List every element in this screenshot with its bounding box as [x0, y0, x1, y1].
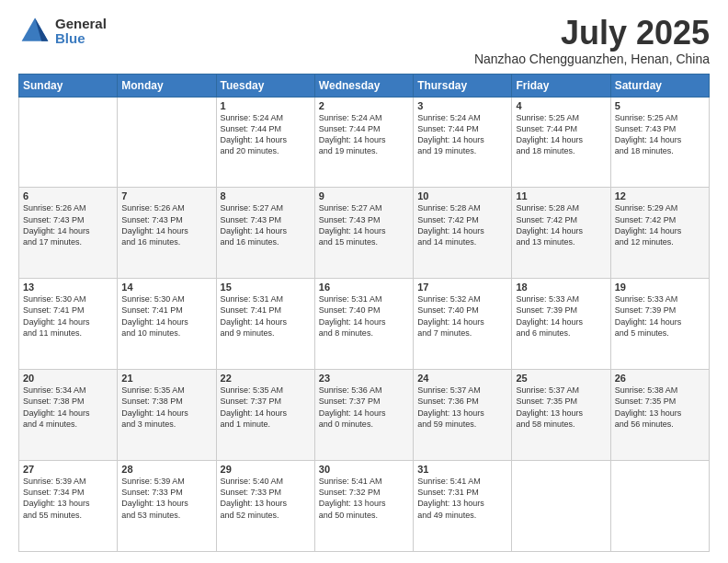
- logo-text: General Blue: [55, 17, 107, 47]
- day-number: 28: [121, 464, 211, 475]
- calendar-cell: 31Sunrise: 5:41 AM Sunset: 7:31 PM Dayli…: [414, 461, 512, 552]
- calendar-cell: 27Sunrise: 5:39 AM Sunset: 7:34 PM Dayli…: [19, 461, 118, 552]
- day-header-sunday: Sunday: [19, 74, 118, 97]
- day-header-friday: Friday: [512, 74, 610, 97]
- calendar-cell: [512, 461, 610, 552]
- cell-info: Sunrise: 5:33 AM Sunset: 7:39 PM Dayligh…: [516, 293, 606, 339]
- calendar-cell: 5Sunrise: 5:25 AM Sunset: 7:43 PM Daylig…: [610, 97, 709, 188]
- title-block: July 2025 Nanzhao Chengguanzhen, Henan, …: [474, 15, 710, 66]
- day-number: 27: [23, 464, 113, 475]
- cell-info: Sunrise: 5:37 AM Sunset: 7:36 PM Dayligh…: [417, 385, 507, 430]
- day-number: 6: [23, 190, 113, 201]
- calendar-cell: 10Sunrise: 5:28 AM Sunset: 7:42 PM Dayli…: [414, 188, 512, 279]
- day-number: 13: [23, 282, 113, 293]
- calendar-cell: [610, 461, 709, 552]
- calendar-header-row: SundayMondayTuesdayWednesdayThursdayFrid…: [19, 74, 710, 97]
- cell-info: Sunrise: 5:33 AM Sunset: 7:39 PM Dayligh…: [615, 293, 705, 339]
- cell-info: Sunrise: 5:26 AM Sunset: 7:43 PM Dayligh…: [121, 202, 211, 247]
- day-number: 7: [121, 190, 211, 201]
- cell-info: Sunrise: 5:25 AM Sunset: 7:43 PM Dayligh…: [615, 112, 705, 157]
- day-number: 4: [516, 100, 606, 111]
- day-number: 29: [221, 464, 311, 475]
- cell-info: Sunrise: 5:34 AM Sunset: 7:38 PM Dayligh…: [23, 385, 113, 430]
- calendar-cell: 23Sunrise: 5:36 AM Sunset: 7:37 PM Dayli…: [314, 370, 413, 461]
- day-number: 25: [516, 373, 606, 384]
- calendar-cell: 9Sunrise: 5:27 AM Sunset: 7:43 PM Daylig…: [314, 188, 413, 279]
- cell-info: Sunrise: 5:26 AM Sunset: 7:43 PM Dayligh…: [23, 202, 113, 247]
- logo-blue: Blue: [55, 31, 107, 47]
- calendar-cell: 22Sunrise: 5:35 AM Sunset: 7:37 PM Dayli…: [216, 370, 314, 461]
- calendar-cell: 3Sunrise: 5:24 AM Sunset: 7:44 PM Daylig…: [414, 97, 512, 188]
- calendar-row-3: 20Sunrise: 5:34 AM Sunset: 7:38 PM Dayli…: [19, 370, 710, 461]
- day-header-thursday: Thursday: [414, 74, 512, 97]
- cell-info: Sunrise: 5:30 AM Sunset: 7:41 PM Dayligh…: [23, 293, 113, 339]
- day-number: 15: [221, 282, 311, 293]
- calendar-cell: 21Sunrise: 5:35 AM Sunset: 7:38 PM Dayli…: [118, 370, 216, 461]
- logo: General Blue: [18, 15, 107, 48]
- calendar-cell: 11Sunrise: 5:28 AM Sunset: 7:42 PM Dayli…: [512, 188, 610, 279]
- day-header-wednesday: Wednesday: [314, 74, 413, 97]
- calendar-cell: 4Sunrise: 5:25 AM Sunset: 7:44 PM Daylig…: [512, 97, 610, 188]
- day-number: 17: [417, 282, 507, 293]
- cell-info: Sunrise: 5:24 AM Sunset: 7:44 PM Dayligh…: [221, 112, 311, 157]
- logo-icon: [18, 15, 51, 48]
- cell-info: Sunrise: 5:32 AM Sunset: 7:40 PM Dayligh…: [417, 293, 507, 339]
- day-number: 9: [319, 190, 409, 201]
- day-number: 30: [319, 464, 409, 475]
- cell-info: Sunrise: 5:31 AM Sunset: 7:41 PM Dayligh…: [221, 293, 311, 339]
- cell-info: Sunrise: 5:31 AM Sunset: 7:40 PM Dayligh…: [319, 293, 409, 339]
- day-number: 23: [319, 373, 409, 384]
- day-number: 24: [417, 373, 507, 384]
- title-location: Nanzhao Chengguanzhen, Henan, China: [474, 52, 710, 66]
- cell-info: Sunrise: 5:24 AM Sunset: 7:44 PM Dayligh…: [417, 112, 507, 157]
- calendar-cell: 24Sunrise: 5:37 AM Sunset: 7:36 PM Dayli…: [414, 370, 512, 461]
- cell-info: Sunrise: 5:41 AM Sunset: 7:32 PM Dayligh…: [319, 476, 409, 521]
- header: General Blue July 2025 Nanzhao Chengguan…: [18, 15, 710, 66]
- calendar-table: SundayMondayTuesdayWednesdayThursdayFrid…: [18, 74, 710, 552]
- calendar-row-1: 6Sunrise: 5:26 AM Sunset: 7:43 PM Daylig…: [19, 188, 710, 279]
- day-number: 3: [417, 100, 507, 111]
- day-number: 5: [615, 100, 705, 111]
- calendar-cell: 8Sunrise: 5:27 AM Sunset: 7:43 PM Daylig…: [216, 188, 314, 279]
- day-number: 26: [615, 373, 705, 384]
- day-number: 2: [319, 100, 409, 111]
- cell-info: Sunrise: 5:30 AM Sunset: 7:41 PM Dayligh…: [121, 293, 211, 339]
- day-number: 14: [121, 282, 211, 293]
- calendar-cell: 12Sunrise: 5:29 AM Sunset: 7:42 PM Dayli…: [610, 188, 709, 279]
- calendar-cell: 18Sunrise: 5:33 AM Sunset: 7:39 PM Dayli…: [512, 279, 610, 370]
- day-number: 16: [319, 282, 409, 293]
- calendar-cell: [19, 97, 118, 188]
- calendar-cell: 13Sunrise: 5:30 AM Sunset: 7:41 PM Dayli…: [19, 279, 118, 370]
- calendar-cell: 1Sunrise: 5:24 AM Sunset: 7:44 PM Daylig…: [216, 97, 314, 188]
- day-number: 1: [221, 100, 311, 111]
- day-number: 18: [516, 282, 606, 293]
- calendar-cell: 19Sunrise: 5:33 AM Sunset: 7:39 PM Dayli…: [610, 279, 709, 370]
- calendar-cell: 16Sunrise: 5:31 AM Sunset: 7:40 PM Dayli…: [314, 279, 413, 370]
- logo-general: General: [55, 17, 107, 32]
- cell-info: Sunrise: 5:27 AM Sunset: 7:43 PM Dayligh…: [221, 202, 311, 247]
- calendar-cell: 2Sunrise: 5:24 AM Sunset: 7:44 PM Daylig…: [314, 97, 413, 188]
- page: General Blue July 2025 Nanzhao Chengguan…: [0, 0, 728, 563]
- calendar-cell: 26Sunrise: 5:38 AM Sunset: 7:35 PM Dayli…: [610, 370, 709, 461]
- day-header-tuesday: Tuesday: [216, 74, 314, 97]
- calendar-cell: 30Sunrise: 5:41 AM Sunset: 7:32 PM Dayli…: [314, 461, 413, 552]
- calendar-cell: 25Sunrise: 5:37 AM Sunset: 7:35 PM Dayli…: [512, 370, 610, 461]
- cell-info: Sunrise: 5:38 AM Sunset: 7:35 PM Dayligh…: [615, 385, 705, 430]
- cell-info: Sunrise: 5:29 AM Sunset: 7:42 PM Dayligh…: [615, 202, 705, 247]
- calendar-cell: 7Sunrise: 5:26 AM Sunset: 7:43 PM Daylig…: [118, 188, 216, 279]
- cell-info: Sunrise: 5:35 AM Sunset: 7:38 PM Dayligh…: [121, 385, 211, 430]
- calendar-cell: 20Sunrise: 5:34 AM Sunset: 7:38 PM Dayli…: [19, 370, 118, 461]
- day-number: 31: [417, 464, 507, 475]
- cell-info: Sunrise: 5:39 AM Sunset: 7:33 PM Dayligh…: [121, 476, 211, 521]
- cell-info: Sunrise: 5:36 AM Sunset: 7:37 PM Dayligh…: [319, 385, 409, 430]
- day-number: 11: [516, 190, 606, 201]
- cell-info: Sunrise: 5:41 AM Sunset: 7:31 PM Dayligh…: [417, 476, 507, 521]
- title-month: July 2025: [474, 15, 710, 52]
- calendar-row-4: 27Sunrise: 5:39 AM Sunset: 7:34 PM Dayli…: [19, 461, 710, 552]
- calendar-cell: 28Sunrise: 5:39 AM Sunset: 7:33 PM Dayli…: [118, 461, 216, 552]
- day-header-monday: Monday: [118, 74, 216, 97]
- calendar-cell: 14Sunrise: 5:30 AM Sunset: 7:41 PM Dayli…: [118, 279, 216, 370]
- calendar-cell: 6Sunrise: 5:26 AM Sunset: 7:43 PM Daylig…: [19, 188, 118, 279]
- cell-info: Sunrise: 5:39 AM Sunset: 7:34 PM Dayligh…: [23, 476, 113, 521]
- day-number: 22: [221, 373, 311, 384]
